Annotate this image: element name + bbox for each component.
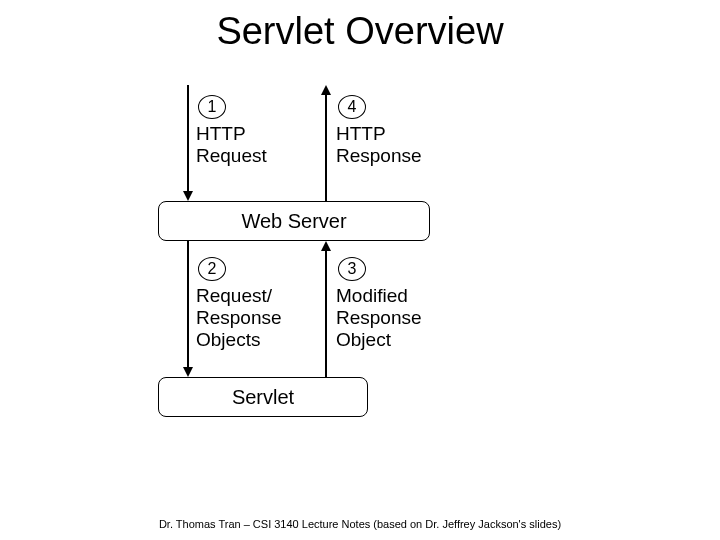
web-server-box: Web Server — [158, 201, 430, 241]
step-3-label: Modified Response Object — [336, 285, 422, 351]
servlet-diagram: 1 HTTP Request 4 HTTP Response Web Serve… — [150, 85, 500, 485]
step-4-circle: 4 — [338, 95, 366, 119]
arrow-modified-response — [325, 251, 327, 377]
step-1-circle: 1 — [198, 95, 226, 119]
slide-footer: Dr. Thomas Tran – CSI 3140 Lecture Notes… — [0, 518, 720, 530]
arrow-http-response — [325, 95, 327, 201]
arrow-modified-response-head — [321, 241, 331, 251]
servlet-box: Servlet — [158, 377, 368, 417]
step-4-label: HTTP Response — [336, 123, 422, 167]
step-2-circle: 2 — [198, 257, 226, 281]
step-3-circle: 3 — [338, 257, 366, 281]
arrow-http-request-head — [183, 191, 193, 201]
step-2-label: Request/ Response Objects — [196, 285, 282, 351]
step-1-label: HTTP Request — [196, 123, 267, 167]
arrow-http-request — [187, 85, 189, 193]
slide-title: Servlet Overview — [0, 10, 720, 53]
arrow-request-objects — [187, 241, 189, 369]
arrow-http-response-head — [321, 85, 331, 95]
arrow-request-objects-head — [183, 367, 193, 377]
